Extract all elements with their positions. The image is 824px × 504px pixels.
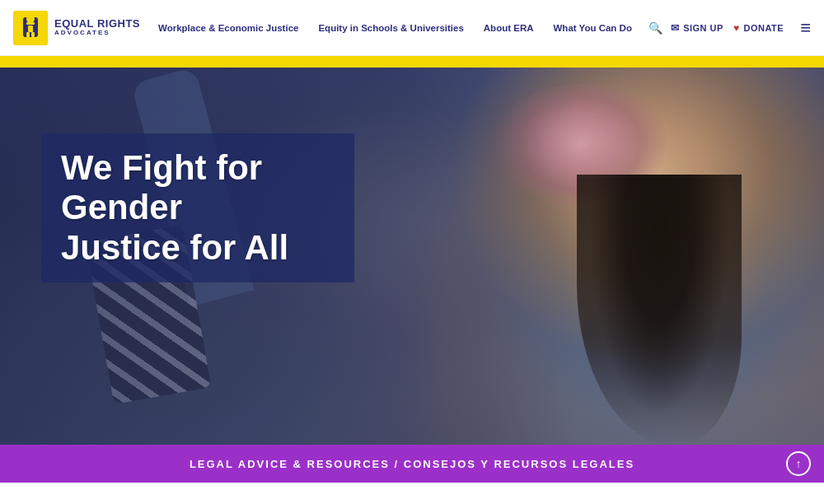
svg-rect-5 [26, 32, 30, 37]
donate-label: DONATE [744, 23, 784, 33]
svg-rect-6 [31, 32, 35, 37]
donate-button[interactable]: ♥ DONATE [733, 22, 784, 34]
hero-heading-line1: We Fight for Gender [61, 148, 262, 226]
signup-label: SIGN UP [683, 23, 723, 33]
hero-heading: We Fight for Gender Justice for All [61, 148, 335, 268]
logo-area[interactable]: EQUAL RIGHTS ADVOCATES [13, 11, 140, 45]
logo-title: EQUAL RIGHTS [54, 18, 140, 30]
svg-point-2 [26, 15, 35, 23]
nav-item-whatyoucando[interactable]: What You Can Do [544, 23, 642, 33]
bottom-bar: LEGAL ADVICE & RESOURCES / CONSEJOS Y RE… [0, 445, 824, 483]
nav-item-about[interactable]: About ERA [474, 23, 544, 33]
signup-button[interactable]: ✉ SIGN UP [671, 22, 723, 34]
logo-text-block: EQUAL RIGHTS ADVOCATES [54, 18, 140, 37]
envelope-icon: ✉ [671, 22, 680, 34]
logo-subtitle: ADVOCATES [54, 30, 140, 37]
hero-text-box: We Fight for Gender Justice for All [41, 133, 354, 282]
svg-rect-3 [26, 22, 35, 25]
hero-heading-line2: Justice for All [61, 228, 288, 267]
main-nav: Workplace & Economic Justice Equity in S… [148, 21, 671, 35]
bottom-bar-text[interactable]: LEGAL ADVICE & RESOURCES / CONSEJOS Y RE… [190, 458, 634, 470]
nav-item-equity[interactable]: Equity in Schools & Universities [308, 23, 473, 33]
scroll-to-top-button[interactable]: ↑ [786, 451, 811, 476]
logo-icon [13, 11, 48, 45]
header: EQUAL RIGHTS ADVOCATES Workplace & Econo… [0, 0, 824, 56]
header-right: ✉ SIGN UP ♥ DONATE ≡ [671, 17, 811, 39]
yellow-bar-top [0, 56, 824, 68]
nav-item-workplace[interactable]: Workplace & Economic Justice [148, 23, 308, 33]
arrow-up-icon: ↑ [796, 457, 802, 470]
hamburger-menu-icon[interactable]: ≡ [800, 17, 811, 39]
hero-section: We Fight for Gender Justice for All [0, 68, 824, 445]
search-icon[interactable]: 🔍 [642, 21, 669, 35]
heart-icon: ♥ [733, 22, 740, 34]
svg-rect-4 [28, 26, 33, 32]
